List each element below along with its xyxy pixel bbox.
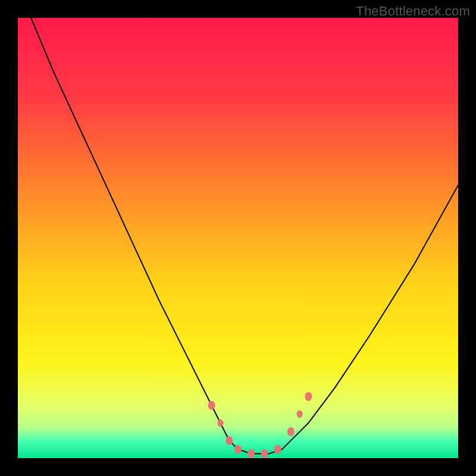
svg-rect-0	[18, 18, 458, 458]
watermark-text: TheBottleneck.com	[356, 4, 470, 19]
background-gradient	[18, 18, 458, 458]
plot-area	[18, 18, 458, 458]
outer-frame: TheBottleneck.com	[0, 0, 476, 476]
